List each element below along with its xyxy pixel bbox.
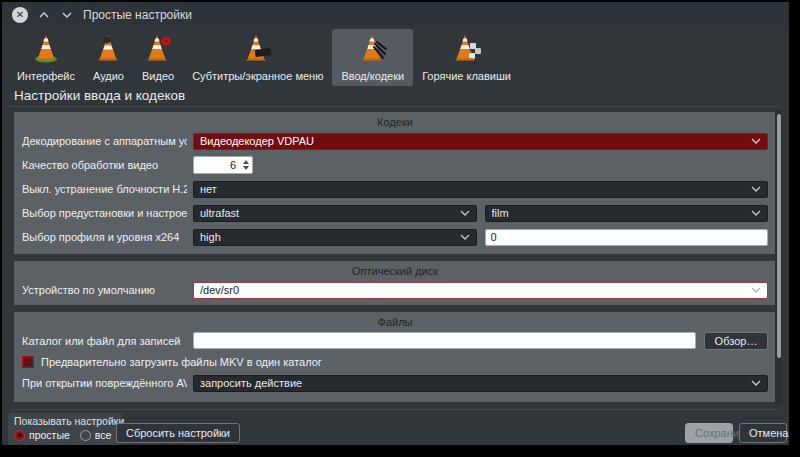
- default-device-combobox[interactable]: /dev/sr0: [193, 282, 768, 299]
- radio-simple-label: простые: [29, 429, 70, 441]
- chevron-down-icon: [751, 380, 761, 386]
- separator: [10, 409, 779, 410]
- video-quality-label: Качество обработки видео: [22, 159, 187, 171]
- vlc-cone-interface-icon: [31, 32, 61, 68]
- radio-simple[interactable]: простые: [14, 429, 70, 441]
- tab-hotkeys[interactable]: Горячие клавиши: [413, 29, 520, 86]
- tab-label: Ввод/кодеки: [341, 70, 404, 82]
- x264-tune-combobox[interactable]: film: [485, 205, 769, 222]
- show-settings-groupbox: Показывать настройки простые все: [8, 413, 122, 445]
- optical-disc-panel: Оптический диск Устройство по умолчанию …: [14, 261, 776, 305]
- x264-profile-value: high: [200, 231, 221, 243]
- page-title: Настройки ввода и кодеков: [14, 88, 185, 103]
- hw-decode-label: Декодирование с аппаратным ускорением: [22, 135, 187, 147]
- mkv-preload-checkbox[interactable]: [22, 356, 34, 368]
- tab-interface[interactable]: Интерфейс: [8, 29, 84, 86]
- h264-deblock-label: Выкл. устранение блочности H.264: [22, 183, 187, 195]
- radio-selected-icon: [14, 430, 25, 441]
- hw-decode-value: Видеодекодер VDPAU: [200, 135, 314, 147]
- reset-settings-button[interactable]: Сбросить настройки: [116, 423, 240, 443]
- show-settings-label: Показывать настройки: [14, 415, 116, 427]
- titlebar: ✕ Простые настройки: [2, 2, 789, 28]
- cancel-button[interactable]: Отмена: [739, 423, 787, 443]
- x264-tune-value: film: [492, 207, 509, 219]
- close-icon[interactable]: ✕: [12, 7, 28, 23]
- vlc-cone-subtitles-icon: [243, 32, 273, 68]
- chevron-down-icon: [460, 210, 470, 216]
- record-dir-label: Каталог или файл для записей: [22, 335, 187, 347]
- tab-label: Интерфейс: [17, 70, 75, 82]
- disc-section-title: Оптический диск: [22, 263, 768, 278]
- spinner-buttons[interactable]: [239, 157, 252, 173]
- tab-label: Видео: [142, 70, 174, 82]
- tab-audio[interactable]: Аудио: [84, 29, 133, 86]
- chevron-down-icon: [751, 186, 761, 192]
- chevron-down-icon[interactable]: [60, 8, 74, 22]
- codecs-section-title: Кодеки: [22, 114, 768, 129]
- default-device-value: /dev/sr0: [200, 284, 239, 296]
- radio-unselected-icon: [80, 430, 91, 441]
- settings-content: Кодеки Декодирование с аппаратным ускоре…: [14, 112, 776, 409]
- vlc-cone-input-codecs-icon: [358, 32, 388, 68]
- record-dir-input[interactable]: [193, 332, 696, 349]
- chevron-up-icon[interactable]: [37, 8, 51, 22]
- chevron-down-icon: [460, 234, 470, 240]
- damaged-avi-combobox[interactable]: запросить действие: [193, 375, 768, 392]
- tab-label: Аудио: [93, 70, 124, 82]
- tab-input-codecs[interactable]: Ввод/кодеки: [332, 29, 413, 86]
- tab-subtitles-osd[interactable]: Субтитры/экранное меню: [183, 29, 332, 86]
- category-toolbar: Интерфейс Аудио: [8, 29, 520, 83]
- radio-all-label: все: [95, 429, 112, 441]
- preferences-window: ✕ Простые настройки Интерфейс: [2, 2, 789, 445]
- spin-down-icon[interactable]: [243, 166, 249, 170]
- video-quality-value: 6: [194, 157, 239, 173]
- chevron-down-icon: [751, 287, 761, 293]
- x264-preset-label: Выбор предустановки и настроек x264: [22, 207, 187, 219]
- vlc-cone-audio-icon: [93, 32, 123, 68]
- hw-decode-combobox[interactable]: Видеодекодер VDPAU: [193, 133, 768, 150]
- scrollbar-thumb[interactable]: [777, 114, 781, 358]
- default-device-label: Устройство по умолчанию: [22, 284, 187, 296]
- x264-level-input[interactable]: [485, 229, 769, 246]
- radio-all[interactable]: все: [80, 429, 112, 441]
- files-section-title: Файлы: [22, 314, 768, 329]
- x264-preset-value: ultrafast: [200, 207, 239, 219]
- x264-preset-combobox[interactable]: ultrafast: [193, 205, 477, 222]
- chevron-down-icon: [751, 138, 761, 144]
- chevron-down-icon: [751, 210, 761, 216]
- checkbox-check-icon: [24, 358, 32, 366]
- vlc-cone-hotkeys-icon: [452, 32, 482, 68]
- x264-profile-label: Выбор профиля и уровня x264: [22, 231, 187, 243]
- tab-label: Горячие клавиши: [422, 70, 511, 82]
- spin-up-icon[interactable]: [243, 160, 249, 164]
- tab-video[interactable]: Видео: [133, 29, 183, 86]
- files-panel: Файлы Каталог или файл для записей Обзор…: [14, 312, 776, 402]
- vlc-cone-video-icon: [143, 32, 173, 68]
- h264-deblock-combobox[interactable]: нет: [193, 181, 768, 198]
- separator: [10, 106, 779, 107]
- tab-label: Субтитры/экранное меню: [192, 70, 323, 82]
- damaged-avi-value: запросить действие: [200, 377, 302, 389]
- window-title: Простые настройки: [83, 8, 192, 22]
- codecs-panel: Кодеки Декодирование с аппаратным ускоре…: [14, 112, 776, 254]
- browse-button[interactable]: Обзор…: [704, 332, 768, 350]
- x264-profile-combobox[interactable]: high: [193, 229, 477, 246]
- save-button[interactable]: Сохранить: [685, 423, 733, 443]
- h264-deblock-value: нет: [200, 183, 217, 195]
- damaged-avi-label: При открытии повреждённого AVI: [22, 377, 187, 389]
- mkv-preload-label: Предварительно загрузить файлы MKV в оди…: [41, 356, 322, 368]
- video-quality-spinner[interactable]: 6: [193, 156, 253, 174]
